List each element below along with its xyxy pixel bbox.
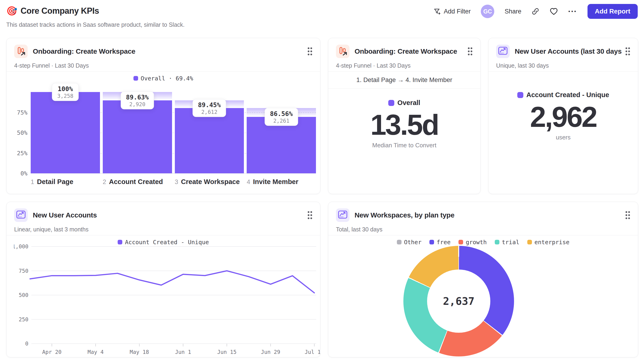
card-title: New User Accounts [33, 211, 304, 219]
insights-report-icon [336, 208, 350, 222]
funnel-bar[interactable]: 86.56%2,261 [247, 92, 316, 173]
metric-legend: Overall [388, 99, 420, 107]
metric-caption: Median Time to Convert [328, 142, 480, 149]
legend-label: Overall · 69.4% [141, 75, 193, 82]
more-options-button[interactable]: ••• [568, 8, 577, 14]
legend-chip [527, 240, 532, 244]
funnel-bar-fill [103, 100, 172, 173]
legend-label: enterprise [534, 239, 570, 246]
card-subtitle: 4-step Funnel · Last 30 Days [336, 62, 410, 69]
legend-label: Other [404, 239, 422, 246]
svg-text:750: 750 [18, 268, 28, 274]
svg-text:500: 500 [18, 292, 28, 298]
legend-label: growth [466, 239, 486, 246]
funnel-report-icon [336, 45, 350, 58]
funnel-bar-fill [175, 108, 244, 173]
funnel-step-label: 4Invite Member [247, 178, 316, 186]
card-new-user-accounts-line: New User Accounts Linear, unique, last 3… [6, 202, 320, 357]
card-subtitle: Total, last 30 days [336, 226, 382, 233]
y-axis-tick: 0% [20, 170, 28, 177]
card-title: New Workspaces, by plan type [354, 211, 622, 219]
donut-chart: 2,637 [403, 246, 514, 357]
legend-label: trial [502, 239, 520, 246]
filter-plus-icon [434, 8, 441, 15]
funnel-step-label: 3Create Workspace [175, 178, 244, 186]
drag-handle-icon[interactable] [624, 211, 631, 220]
card-time-to-convert: Onboarding: Create Workspace 4-step Funn… [328, 38, 480, 194]
funnel-report-icon [14, 45, 28, 58]
card-subtitle: Linear, unique, last 3 months [14, 226, 88, 233]
card-title: Onboarding: Create Workspace [354, 47, 464, 55]
drag-handle-icon[interactable] [467, 47, 473, 56]
metric-value: 13.5d [328, 110, 480, 140]
insights-report-icon [496, 45, 510, 58]
svg-text:Jun 15: Jun 15 [217, 349, 236, 355]
favorite-heart-icon[interactable] [550, 7, 558, 15]
legend-label: Overall [397, 99, 420, 107]
drag-handle-icon[interactable] [624, 47, 631, 56]
funnel-plot: 100%3,25889.63%2,92089.45%2,61286.56%2,2… [31, 92, 316, 173]
line-series[interactable] [30, 271, 314, 293]
funnel-value-tooltip: 86.56%2,261 [264, 108, 298, 126]
legend-item-growth[interactable]: growth [458, 239, 486, 246]
svg-text:Jul 13: Jul 13 [304, 349, 320, 355]
svg-text:May 4: May 4 [88, 349, 104, 355]
legend-chip [517, 92, 523, 98]
drag-handle-icon[interactable] [307, 47, 313, 56]
funnel-value-tooltip: 100%3,258 [52, 83, 78, 101]
svg-text:Apr 20: Apr 20 [42, 349, 62, 355]
legend-item-other[interactable]: Other [397, 239, 422, 246]
svg-text:Jun 1: Jun 1 [175, 349, 191, 355]
svg-text:May 18: May 18 [130, 349, 149, 355]
funnel-bar[interactable]: 100%3,258 [31, 92, 100, 173]
legend-chip [397, 240, 402, 244]
y-axis-tick: 50% [17, 129, 28, 136]
drag-handle-icon[interactable] [307, 211, 313, 220]
metric-value: 2,962 [488, 102, 638, 132]
donut-total: 2,637 [403, 246, 514, 357]
legend-item-trial[interactable]: trial [495, 239, 520, 246]
page-title: Core Company KPIs [20, 6, 99, 16]
svg-text:Jun 29: Jun 29 [261, 349, 280, 355]
add-report-button[interactable]: Add Report [588, 4, 638, 19]
card-subtitle: Unique, last 30 days [496, 62, 549, 69]
funnel-value-tooltip: 89.63%2,920 [121, 91, 154, 109]
legend-chip [495, 240, 500, 244]
line-chart: 02505007501,000Apr 20May 4May 18Jun 1Jun… [14, 244, 320, 356]
avatar[interactable]: GC [481, 5, 494, 18]
metric-legend: Account Created - Unique [517, 91, 609, 99]
legend-label: free [436, 239, 450, 246]
legend-chip [118, 240, 122, 244]
metric-caption: users [488, 134, 638, 141]
target-emoji-icon: 🎯 [6, 6, 17, 15]
page-subtitle: This dataset tracks actions in Saas soft… [6, 21, 184, 28]
funnel-bar[interactable]: 89.63%2,920 [103, 92, 172, 173]
legend-item-enterprise[interactable]: enterprise [527, 239, 570, 246]
svg-text:0: 0 [25, 341, 28, 347]
funnel-step-labels: 1Detail Page2Account Created3Create Work… [31, 178, 316, 186]
card-title: Onboarding: Create Workspace [33, 47, 304, 55]
dashboard-header: 🎯 Core Company KPIs This dataset tracks … [6, 0, 638, 35]
add-filter-button[interactable]: Add Filter [434, 8, 471, 15]
svg-text:250: 250 [18, 317, 28, 323]
share-button[interactable]: Share [504, 8, 521, 15]
y-axis-tick: 75% [17, 109, 28, 116]
card-subtitle: 4-step Funnel · Last 30 Days [14, 62, 89, 69]
funnel-step-label: 2Account Created [103, 178, 172, 186]
copy-link-icon[interactable] [532, 7, 540, 15]
legend-label: Account Created - Unique [526, 91, 609, 99]
funnel-value-tooltip: 89.45%2,612 [193, 99, 226, 117]
card-new-user-accounts-30d: New User Accounts (last 30 days) Unique,… [488, 38, 638, 194]
funnel-bar-fill [31, 92, 100, 173]
legend-chip [134, 76, 138, 81]
funnel-step-label: 1Detail Page [31, 178, 100, 186]
card-onboarding-funnel: Onboarding: Create Workspace 4-step Funn… [6, 38, 320, 194]
funnel-bar[interactable]: 89.45%2,612 [175, 92, 244, 173]
funnel-y-axis: 75%50%25%0% [13, 92, 28, 173]
legend-chip [458, 240, 463, 244]
svg-text:1,000: 1,000 [14, 244, 28, 250]
card-new-workspaces-donut: New Workspaces, by plan type Total, last… [328, 202, 638, 357]
card-title: New User Accounts (last 30 days) [515, 47, 622, 55]
legend-item-free[interactable]: free [430, 239, 450, 246]
funnel-range-label: 1. Detail Page → 4. Invite Member [328, 71, 480, 88]
